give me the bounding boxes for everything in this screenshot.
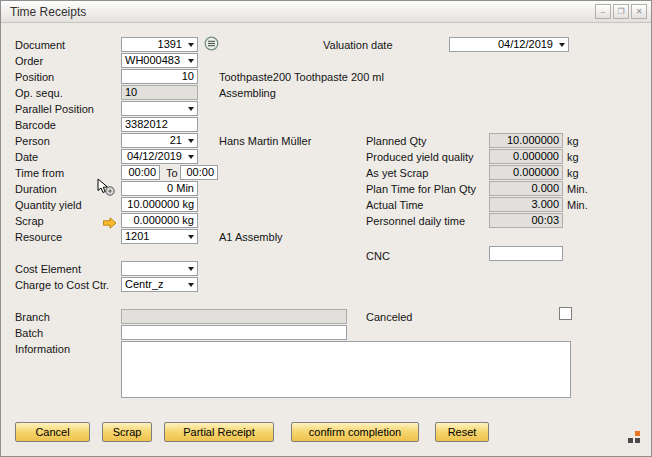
resource-label: Resource <box>15 230 62 244</box>
information-textarea[interactable] <box>121 341 571 398</box>
person-combo[interactable]: 21 <box>121 133 198 148</box>
batch-label: Batch <box>15 326 43 340</box>
duration-label: Duration <box>15 182 57 196</box>
link-arrow-icon[interactable] <box>103 215 117 233</box>
produced-yield-quality-unit: kg <box>567 150 579 164</box>
resize-grip-icon[interactable] <box>627 430 641 448</box>
resource-description: A1 Assembly <box>219 230 283 244</box>
charge-to-cost-ctr-label: Charge to Cost Ctr. <box>15 278 109 292</box>
date-label: Date <box>15 150 38 164</box>
as-yet-scrap-field: 0.000000 <box>489 165 563 180</box>
charge-to-cost-ctr-combo[interactable]: Centr_z <box>121 277 198 292</box>
time-from-field[interactable]: 00:00 <box>121 165 160 180</box>
person-label: Person <box>15 134 50 148</box>
quantity-yield-label: Quantity yield <box>15 198 82 212</box>
quantity-yield-field[interactable]: 10.000000 kg <box>121 197 198 212</box>
batch-field[interactable] <box>121 325 347 340</box>
window-title: Time Receipts <box>10 5 86 19</box>
cnc-label: CNC <box>366 249 390 263</box>
valuation-date-label: Valuation date <box>323 38 393 52</box>
document-label: Document <box>15 38 65 52</box>
parallel-position-combo[interactable] <box>121 101 198 116</box>
scrap-label: Scrap <box>15 214 44 228</box>
resource-combo[interactable]: 1201 <box>121 229 198 244</box>
minimize-button[interactable]: – <box>595 4 611 19</box>
cost-element-combo[interactable] <box>121 261 198 276</box>
close-icon: ✕ <box>636 7 643 16</box>
barcode-label: Barcode <box>15 118 56 132</box>
op-sequ-label: Op. sequ. <box>15 86 63 100</box>
actual-time-unit: Min. <box>567 198 588 212</box>
time-receipts-window: Time Receipts – ❐ ✕ Document 1391 Valuat… <box>0 0 652 457</box>
document-combo[interactable]: 1391 <box>121 37 198 52</box>
op-sequ-description: Assembling <box>219 86 276 100</box>
position-field[interactable]: 10 <box>121 69 198 84</box>
maximize-button[interactable]: ❐ <box>613 4 629 19</box>
scrap-field[interactable]: 0.000000 kg <box>121 213 198 228</box>
actual-time-label: Actual Time <box>366 198 423 212</box>
duration-field[interactable]: 0 Min <box>121 181 198 196</box>
branch-label: Branch <box>15 310 50 324</box>
planned-qty-unit: kg <box>567 134 579 148</box>
close-button[interactable]: ✕ <box>631 4 647 19</box>
maximize-icon: ❐ <box>617 7 624 16</box>
cnc-field[interactable] <box>489 246 563 261</box>
planned-qty-label: Planned Qty <box>366 134 427 148</box>
produced-yield-quality-label: Produced yield quality <box>366 150 474 164</box>
barcode-field[interactable]: 3382012 <box>121 117 198 132</box>
scrap-button[interactable]: Scrap <box>102 422 152 442</box>
time-to-label: To <box>166 166 178 180</box>
order-label: Order <box>15 54 43 68</box>
time-from-label: Time from <box>15 166 64 180</box>
produced-yield-quality-field: 0.000000 <box>489 149 563 164</box>
title-bar[interactable]: Time Receipts – ❐ ✕ <box>1 1 651 23</box>
as-yet-scrap-unit: kg <box>567 166 579 180</box>
op-sequ-field: 10 <box>121 85 198 100</box>
minimize-icon: – <box>601 7 605 16</box>
plan-time-label: Plan Time for Plan Qty <box>366 182 476 196</box>
cancel-button[interactable]: Cancel <box>15 422 90 442</box>
document-details-icon[interactable] <box>204 36 219 55</box>
date-combo[interactable]: 04/12/2019 <box>121 149 198 164</box>
mouse-cursor-icon <box>97 178 116 201</box>
person-description: Hans Martin Müller <box>219 134 311 148</box>
personnel-daily-time-field: 00:03 <box>489 213 563 228</box>
time-to-field[interactable]: 00:00 <box>180 165 218 180</box>
parallel-position-label: Parallel Position <box>15 102 94 116</box>
planned-qty-field: 10.000000 <box>489 133 563 148</box>
confirm-completion-button[interactable]: confirm completion <box>291 422 419 442</box>
position-label: Position <box>15 70 54 84</box>
plan-time-unit: Min. <box>567 182 588 196</box>
personnel-daily-time-label: Personnel daily time <box>366 214 465 228</box>
canceled-checkbox[interactable] <box>559 307 572 320</box>
as-yet-scrap-label: As yet Scrap <box>366 166 428 180</box>
canceled-label: Canceled <box>366 310 412 324</box>
window-controls: – ❐ ✕ <box>595 4 647 19</box>
partial-receipt-button[interactable]: Partial Receipt <box>164 422 274 442</box>
reset-button[interactable]: Reset <box>435 422 489 442</box>
position-description: Toothpaste200 Toothpaste 200 ml <box>219 70 384 84</box>
cost-element-label: Cost Element <box>15 262 81 276</box>
plan-time-field: 0.000 <box>489 181 563 196</box>
information-label: Information <box>15 342 70 356</box>
actual-time-field: 3.000 <box>489 197 563 212</box>
order-combo[interactable]: WH000483 <box>121 53 198 68</box>
branch-field <box>121 309 347 324</box>
valuation-date-combo[interactable]: 04/12/2019 <box>449 37 569 52</box>
